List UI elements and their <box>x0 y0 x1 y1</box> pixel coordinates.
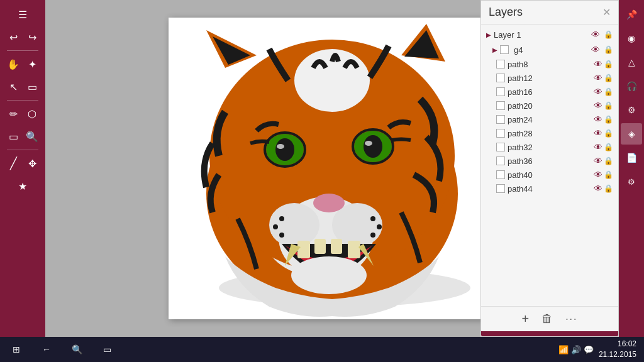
desktop-button[interactable]: ▭ <box>93 337 121 362</box>
path24-checkbox[interactable] <box>496 115 505 124</box>
grab-tool-button[interactable]: ✦ <box>23 53 41 75</box>
delete-layer-button[interactable]: 🗑 <box>541 312 553 326</box>
path44-item[interactable]: path44 👁 🔒 <box>481 182 618 195</box>
notification-icon: 💬 <box>584 345 594 354</box>
path32-lock-icon[interactable]: 🔒 <box>604 143 613 151</box>
path36-name: path36 <box>508 156 594 166</box>
path40-lock-icon[interactable]: 🔒 <box>604 170 613 179</box>
redo-button[interactable]: ↪ <box>23 26 41 48</box>
path32-name: path32 <box>508 143 594 152</box>
path28-eye-icon[interactable]: 👁 <box>594 128 602 138</box>
blade-tool-button[interactable]: ╱ <box>4 153 22 174</box>
path12-checkbox[interactable] <box>496 74 505 82</box>
path16-eye-icon[interactable]: 👁 <box>594 87 602 97</box>
export-settings-button[interactable]: ⚙ <box>621 171 642 192</box>
path36-eye-icon[interactable]: 👁 <box>594 156 602 166</box>
path28-lock-icon[interactable]: 🔒 <box>604 129 613 138</box>
path36-item[interactable]: path36 👁 🔒 <box>481 154 618 168</box>
export-button[interactable]: 📄 <box>621 147 642 168</box>
g4-checkbox[interactable] <box>500 45 509 54</box>
svg-point-15 <box>275 138 294 161</box>
color-wheel-button[interactable]: ◉ <box>621 28 642 49</box>
select-tool-button[interactable]: ↖ <box>4 76 22 97</box>
path8-checkbox[interactable] <box>496 60 505 69</box>
pin-tool-button[interactable]: ★ <box>4 175 42 197</box>
headphone-button[interactable]: 🎧 <box>621 75 642 97</box>
path40-name: path40 <box>508 170 594 180</box>
path12-eye-icon[interactable]: 👁 <box>594 73 602 83</box>
taskbar-datetime: 16:02 21.12.2015 <box>599 339 636 360</box>
path44-lock-icon[interactable]: 🔒 <box>604 184 613 193</box>
path28-item[interactable]: path28 👁 🔒 <box>481 126 618 140</box>
path24-item[interactable]: path24 👁 🔒 <box>481 112 618 126</box>
path24-lock-icon[interactable]: 🔒 <box>604 115 613 124</box>
more-options-button[interactable]: ··· <box>565 314 577 325</box>
path40-checkbox[interactable] <box>496 170 505 179</box>
layers-footer: + 🗑 ··· <box>481 306 618 331</box>
path40-eye-icon[interactable]: 👁 <box>594 170 602 180</box>
path8-name: path8 <box>508 60 594 69</box>
settings-button[interactable]: ⚙ <box>621 99 642 121</box>
path8-lock-icon[interactable]: 🔒 <box>604 60 613 69</box>
layers-button[interactable]: ◈ <box>621 123 642 145</box>
tiger-illustration <box>169 18 496 319</box>
network-icon: 📶 <box>558 345 569 354</box>
svg-point-13 <box>313 194 345 212</box>
rect-select-button[interactable]: ▭ <box>23 76 41 97</box>
start-button[interactable]: ⊞ <box>3 337 30 362</box>
path24-name: path24 <box>508 115 594 124</box>
svg-point-16 <box>277 144 284 149</box>
path8-item[interactable]: path8 👁 🔒 <box>481 57 618 71</box>
path16-checkbox[interactable] <box>496 87 505 96</box>
path12-lock-icon[interactable]: 🔒 <box>604 74 613 82</box>
path36-checkbox[interactable] <box>496 156 505 165</box>
path28-checkbox[interactable] <box>496 129 505 138</box>
layer1-eye-icon[interactable]: 👁 <box>591 30 600 40</box>
path32-eye-icon[interactable]: 👁 <box>594 142 602 152</box>
g4-arrow: ▶ <box>492 47 497 53</box>
svg-point-32 <box>279 233 284 238</box>
path20-eye-icon[interactable]: 👁 <box>594 101 602 111</box>
hand-tool-button[interactable]: ✋ <box>4 53 22 75</box>
path36-lock-icon[interactable]: 🔒 <box>604 156 613 165</box>
taskbar-time: 16:02 <box>599 339 636 349</box>
path44-checkbox[interactable] <box>496 184 505 193</box>
shape-tool-button[interactable]: ▭ <box>4 126 22 147</box>
path44-eye-icon[interactable]: 👁 <box>594 184 602 194</box>
menu-button[interactable]: ☰ <box>4 4 42 25</box>
path16-lock-icon[interactable]: 🔒 <box>604 87 613 96</box>
layer1-header[interactable]: ▶ Layer 1 👁 🔒 <box>481 27 618 42</box>
path40-item[interactable]: path40 👁 🔒 <box>481 168 618 182</box>
path8-eye-icon[interactable]: 👁 <box>594 59 602 69</box>
add-layer-button[interactable]: + <box>521 312 529 326</box>
svg-rect-24 <box>331 239 342 254</box>
path20-checkbox[interactable] <box>496 101 505 110</box>
layer1-lock-icon[interactable]: 🔒 <box>604 30 613 39</box>
svg-rect-23 <box>314 239 326 254</box>
triangle-button[interactable]: △ <box>621 52 642 73</box>
pin-right-button[interactable]: 📌 <box>621 4 642 25</box>
path12-item[interactable]: path12 👁 🔒 <box>481 71 618 85</box>
layers-header: Layers ✕ <box>481 1 618 25</box>
move-tool-button[interactable]: ✥ <box>23 153 41 174</box>
back-button[interactable]: ← <box>33 337 60 362</box>
path32-checkbox[interactable] <box>496 143 505 151</box>
g4-lock-icon[interactable]: 🔒 <box>604 45 613 54</box>
path24-eye-icon[interactable]: 👁 <box>594 114 602 124</box>
search-button[interactable]: 🔍 <box>63 337 91 362</box>
canvas-frame[interactable] <box>169 18 496 319</box>
layers-title: Layers <box>489 6 523 19</box>
zoom-tool-button[interactable]: 🔍 <box>23 126 41 147</box>
path32-item[interactable]: path32 👁 🔒 <box>481 140 618 154</box>
g4-header[interactable]: ▶ g4 👁 🔒 <box>481 42 618 57</box>
g4-eye-icon[interactable]: 👁 <box>591 45 600 55</box>
svg-point-18 <box>364 135 382 158</box>
undo-button[interactable]: ↩ <box>4 26 22 48</box>
svg-point-19 <box>365 141 372 146</box>
path16-item[interactable]: path16 👁 🔒 <box>481 85 618 99</box>
path20-lock-icon[interactable]: 🔒 <box>604 101 613 110</box>
fill-tool-button[interactable]: ⬡ <box>23 103 41 124</box>
path20-item[interactable]: path20 👁 🔒 <box>481 99 618 112</box>
layers-close-button[interactable]: ✕ <box>602 6 611 18</box>
pen-tool-button[interactable]: ✏ <box>4 103 22 124</box>
